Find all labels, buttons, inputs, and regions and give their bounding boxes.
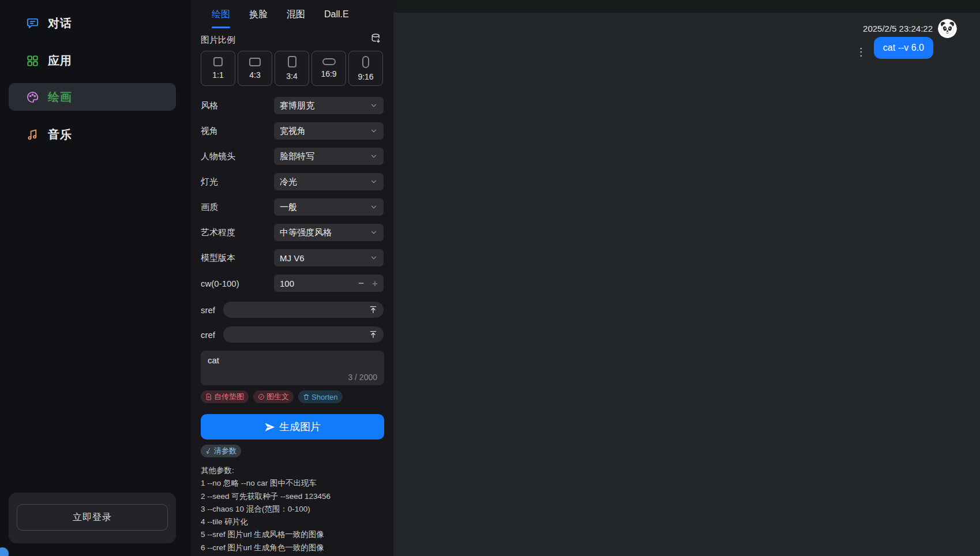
decrement-icon[interactable]: −	[358, 279, 364, 288]
shorten-tag[interactable]: Shorten	[298, 390, 343, 403]
help-line: 5 --sref 图片url 生成风格一致的图像	[201, 528, 389, 541]
sref-row: sref	[201, 302, 384, 318]
model-version-select[interactable]: MJ V6	[274, 249, 384, 266]
field-quality: 画质 一般	[201, 198, 384, 216]
character-shot-select[interactable]: 脸部特写	[274, 148, 384, 165]
ratio-9-16-button[interactable]: 9:16	[348, 51, 383, 86]
style-select[interactable]: 赛博朋克	[274, 97, 384, 114]
clear-params-tag[interactable]: 清参数	[201, 445, 241, 457]
message-row: ⋮ cat --v 6.0	[856, 37, 933, 59]
field-artistry: 艺术程度 中等强度风格	[201, 224, 384, 241]
ratio-3-4-icon	[288, 56, 296, 67]
field-character-shot: 人物镜头 脸部特写	[201, 148, 384, 165]
prompt-tools: 自传垫图 图生文 Shorten	[201, 390, 343, 403]
send-icon	[264, 422, 275, 433]
parameter-rows: 风格 赛博朋克 视角 宽视角 人物镜头 脸部特写	[201, 97, 384, 300]
sref-upload-input[interactable]	[223, 302, 384, 318]
artistry-select[interactable]: 中等强度风格	[274, 224, 384, 241]
field-view-angle: 视角 宽视角	[201, 122, 384, 140]
broom-icon	[205, 448, 212, 454]
generate-image-button[interactable]: 生成图片	[201, 414, 384, 439]
ratio-16-9-button[interactable]: 16:9	[311, 51, 346, 86]
upload-icon	[369, 330, 378, 339]
upload-base-image-tag[interactable]: 自传垫图	[201, 390, 249, 403]
field-cw: cw(0-100) 100 − +	[201, 275, 384, 292]
ratio-9-16-icon	[362, 56, 369, 68]
message-header: 2025/2/5 23:24:22	[863, 19, 957, 38]
chat-surface	[393, 13, 980, 556]
cref-row: cref	[201, 326, 384, 343]
sidebar-item-label: 应用	[48, 53, 72, 69]
prompt-text: cat	[208, 355, 377, 365]
tab-draw[interactable]: 绘图	[212, 0, 230, 29]
chevron-down-icon	[370, 228, 378, 236]
sidebar-item-apps[interactable]: 应用	[9, 47, 176, 74]
sidebar-item-label: 对话	[48, 16, 72, 31]
cw-stepper[interactable]: 100 − +	[274, 275, 384, 292]
tab-face-swap[interactable]: 换脸	[249, 0, 268, 29]
tab-blend[interactable]: 混图	[287, 0, 305, 29]
view-angle-select[interactable]: 宽视角	[274, 122, 384, 140]
chevron-down-icon	[370, 254, 378, 262]
help-line: 其他参数:	[201, 464, 389, 477]
prompt-textarea[interactable]: cat 3 / 2000	[201, 351, 384, 385]
palette-icon	[26, 91, 39, 104]
file-upload-icon	[205, 393, 212, 400]
floating-widget-button[interactable]	[0, 547, 9, 556]
help-line: 2 --seed 可先获取种子 --seed 123456	[201, 490, 389, 503]
sidebar-item-music[interactable]: 音乐	[9, 121, 176, 148]
chevron-down-icon	[370, 178, 378, 186]
help-line: 3 --chaos 10 混合(范围：0-100)	[201, 503, 389, 516]
apps-grid-icon	[26, 54, 39, 67]
chevron-down-icon	[370, 203, 378, 211]
other-params-help: 其他参数: 1 --no 忽略 --no car 图中不出现车 2 --seed…	[201, 464, 389, 554]
field-style: 风格 赛博朋克	[201, 97, 384, 114]
ratio-4-3-icon	[249, 58, 261, 66]
chevron-down-icon	[370, 127, 378, 135]
ratio-4-3-button[interactable]: 4:3	[238, 51, 272, 86]
music-note-icon	[26, 128, 39, 141]
lighting-select[interactable]: 冷光	[274, 173, 384, 190]
help-line: 6 --cref 图片url 生成角色一致的图像	[201, 542, 389, 554]
mode-tabs: 绘图 换脸 混图 Dall.E	[190, 0, 393, 29]
field-lighting: 灯光 冷光	[201, 173, 384, 190]
chevron-down-icon	[370, 102, 378, 110]
chevron-down-icon	[370, 152, 378, 160]
ratio-16-9-icon	[322, 58, 336, 65]
help-line: 1 --no 忽略 --no car 图中不出现车	[201, 477, 389, 490]
char-counter: 3 / 2000	[348, 373, 377, 382]
sidebar-item-paint[interactable]: 绘画	[9, 83, 176, 111]
sidebar-item-label: 音乐	[48, 127, 72, 142]
ratio-section-label: 图片比例	[201, 35, 235, 46]
sidebar: 对话 应用 绘画	[0, 0, 190, 556]
ratio-1-1-button[interactable]: 1:1	[201, 51, 235, 86]
message-more-icon[interactable]: ⋮	[856, 39, 866, 57]
tab-dalle[interactable]: Dall.E	[324, 0, 349, 29]
panda-avatar[interactable]	[938, 19, 957, 38]
image-to-text-tag[interactable]: 图生文	[253, 390, 294, 403]
cref-upload-input[interactable]	[223, 326, 384, 343]
ratio-1-1-icon	[213, 57, 223, 66]
trash-icon	[303, 393, 310, 400]
aspect-ratio-group: 1:1 4:3 3:4 16:9 9:16	[201, 51, 383, 86]
sidebar-item-label: 绘画	[48, 89, 72, 105]
field-model-version: 模型版本 MJ V6	[201, 249, 384, 266]
login-card: 立即登录	[9, 493, 176, 543]
user-message-bubble[interactable]: cat --v 6.0	[874, 37, 933, 59]
pen-circle-icon	[258, 393, 265, 400]
chat-area: 2025/2/5 23:24:22 ⋮ cat --v 6.0	[393, 0, 980, 556]
sidebar-item-chat[interactable]: 对话	[9, 9, 176, 37]
chat-bubble-icon	[26, 17, 39, 30]
message-timestamp: 2025/2/5 23:24:22	[863, 24, 933, 33]
ratio-3-4-button[interactable]: 3:4	[275, 51, 309, 86]
generation-panel: 绘图 换脸 混图 Dall.E 图片比例 1:1 4:3	[190, 0, 393, 556]
help-line: 4 --tile 碎片化	[201, 516, 389, 528]
database-export-icon[interactable]	[370, 33, 382, 47]
increment-icon[interactable]: +	[372, 279, 378, 288]
login-button[interactable]: 立即登录	[17, 504, 168, 531]
app-window: 对话 应用 绘画	[0, 0, 980, 556]
quality-select[interactable]: 一般	[274, 198, 384, 216]
upload-icon	[369, 305, 378, 314]
